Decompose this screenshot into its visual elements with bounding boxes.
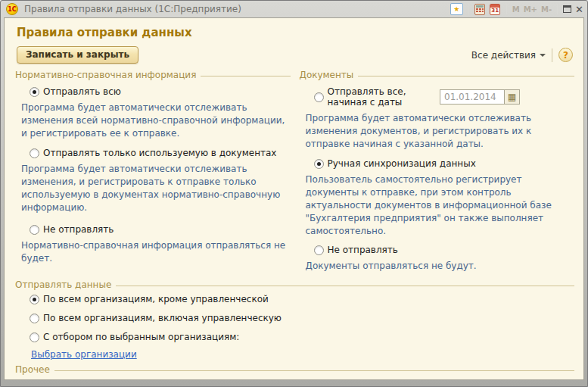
form-content: Правила отправки данных Записать и закры… bbox=[4, 17, 584, 380]
radio-label: По всем организациям, включая управленче… bbox=[43, 313, 282, 323]
radio-send-used-nsi[interactable]: Отправлять только используемую в докумен… bbox=[30, 148, 291, 158]
radio-icon[interactable] bbox=[30, 225, 39, 235]
nsi-group-title: Нормативно-справочная информация bbox=[15, 70, 196, 80]
close-button[interactable]: ✕ bbox=[575, 5, 583, 14]
radio-all-orgs-except-management[interactable]: По всем организациям, кроме управленческ… bbox=[30, 294, 574, 304]
radio-description: Программа будет автоматически отслеживат… bbox=[21, 101, 289, 140]
radio-description: Нормативно-справочная информация отправл… bbox=[21, 239, 289, 265]
radio-icon[interactable] bbox=[30, 295, 39, 304]
radio-icon[interactable] bbox=[30, 332, 39, 342]
date-picker-button[interactable]: ▦ bbox=[505, 89, 520, 105]
1c-logo-icon: 1С bbox=[6, 3, 18, 15]
all-actions-label: Все действия bbox=[471, 50, 536, 61]
maximize-icon bbox=[563, 5, 571, 13]
radio-label: По всем организациям, кроме управленческ… bbox=[43, 294, 269, 304]
radio-icon[interactable] bbox=[30, 87, 39, 97]
other-group-header: Прочее bbox=[15, 364, 574, 375]
app-window: 1С Правила отправки данных (1С:Предприят… bbox=[0, 0, 588, 387]
radio-label: Не отправлять bbox=[328, 245, 398, 255]
send-data-group-header: Отправлять данные bbox=[15, 279, 574, 290]
calendar-icon-body: 31 bbox=[490, 4, 500, 15]
radio-label: Не отправлять bbox=[43, 224, 114, 235]
radio-label: Отправлять все, начиная с даты bbox=[328, 86, 440, 108]
titlebar-separator bbox=[506, 4, 507, 14]
radio-label: Отправлять только используемую в докумен… bbox=[43, 148, 276, 158]
radio-send-all-docs-from-date[interactable]: Отправлять все, начиная с даты ▦ bbox=[314, 86, 575, 108]
radio-label: С отбором по выбранным организациям: bbox=[43, 332, 239, 342]
radio-label: Ручная синхронизация данных bbox=[328, 158, 476, 169]
calculator-icon-body bbox=[474, 4, 485, 15]
radio-all-orgs-including-management[interactable]: По всем организациям, включая управленче… bbox=[30, 313, 574, 323]
all-actions-button[interactable]: Все действия bbox=[471, 50, 546, 61]
memory-plus-button[interactable]: M+ bbox=[524, 5, 537, 14]
titlebar-separator bbox=[557, 4, 558, 14]
calendar-icon[interactable]: 31 bbox=[490, 3, 501, 15]
radio-manual-sync[interactable]: Ручная синхронизация данных bbox=[314, 158, 575, 169]
send-data-group-title: Отправлять данные bbox=[15, 279, 111, 290]
radio-label: Отправлять всю bbox=[43, 86, 121, 97]
chevron-down-icon bbox=[540, 54, 546, 57]
radio-no-send-docs[interactable]: Не отправлять bbox=[314, 245, 575, 255]
titlebar-separator bbox=[468, 4, 469, 14]
radio-icon[interactable] bbox=[30, 314, 39, 323]
radio-description: Документы отправляться не будут. bbox=[306, 260, 574, 273]
maximize-button[interactable] bbox=[563, 5, 571, 13]
send-data-group: Отправлять данные По всем организациям, … bbox=[15, 279, 574, 361]
start-date-input[interactable] bbox=[440, 89, 505, 105]
group-separator-line bbox=[201, 76, 290, 76]
favorites-icon[interactable]: ★ bbox=[450, 3, 463, 15]
command-bar-separator bbox=[552, 48, 552, 62]
documents-group-header: Документы bbox=[300, 70, 575, 80]
radio-description: Пользователь самостоятельно регистрирует… bbox=[306, 173, 574, 238]
radio-icon[interactable] bbox=[314, 92, 324, 102]
calculator-icon[interactable] bbox=[474, 3, 486, 15]
documents-group: Документы Отправлять все, начиная с даты… bbox=[300, 70, 575, 273]
nsi-group: Нормативно-справочная информация Отправл… bbox=[15, 70, 291, 273]
radio-icon[interactable] bbox=[30, 148, 39, 158]
two-column-area: Нормативно-справочная информация Отправл… bbox=[15, 70, 574, 273]
group-separator-line bbox=[358, 76, 574, 76]
documents-group-title: Документы bbox=[300, 70, 354, 80]
radio-selected-orgs-filter[interactable]: С отбором по выбранным организациям: bbox=[30, 332, 574, 342]
other-group: Прочее Выгружать аналитику по складам i … bbox=[15, 364, 574, 380]
radio-send-all-nsi[interactable]: Отправлять всю bbox=[30, 86, 291, 97]
select-organizations-link[interactable]: Выбрать организации bbox=[31, 349, 137, 360]
group-separator-line bbox=[54, 370, 574, 371]
other-group-title: Прочее bbox=[15, 364, 50, 375]
radio-no-send-nsi[interactable]: Не отправлять bbox=[30, 224, 291, 235]
save-and-close-button[interactable]: Записать и закрыть bbox=[17, 46, 138, 64]
window-title: Правила отправки данных (1С:Предприятие) bbox=[24, 4, 450, 14]
memory-recall-button[interactable]: M bbox=[512, 5, 520, 14]
date-field: ▦ bbox=[440, 89, 520, 105]
page-title: Правила отправки данных bbox=[17, 26, 574, 39]
radio-icon[interactable] bbox=[314, 159, 324, 169]
titlebar: 1С Правила отправки данных (1С:Предприят… bbox=[1, 1, 587, 17]
radio-description: Программа будет автоматически отслеживат… bbox=[21, 163, 289, 214]
titlebar-icons: ★ 31 M M+ M- ✕ bbox=[450, 3, 583, 15]
radio-description: Программа будет автоматически отслеживат… bbox=[306, 112, 574, 151]
memory-minus-button[interactable]: M- bbox=[541, 5, 552, 14]
radio-icon[interactable] bbox=[314, 245, 324, 255]
group-separator-line bbox=[116, 286, 574, 286]
help-button[interactable]: ? bbox=[558, 48, 573, 62]
nsi-group-header: Нормативно-справочная информация bbox=[15, 70, 291, 80]
command-bar: Записать и закрыть Все действия ? bbox=[17, 46, 573, 64]
